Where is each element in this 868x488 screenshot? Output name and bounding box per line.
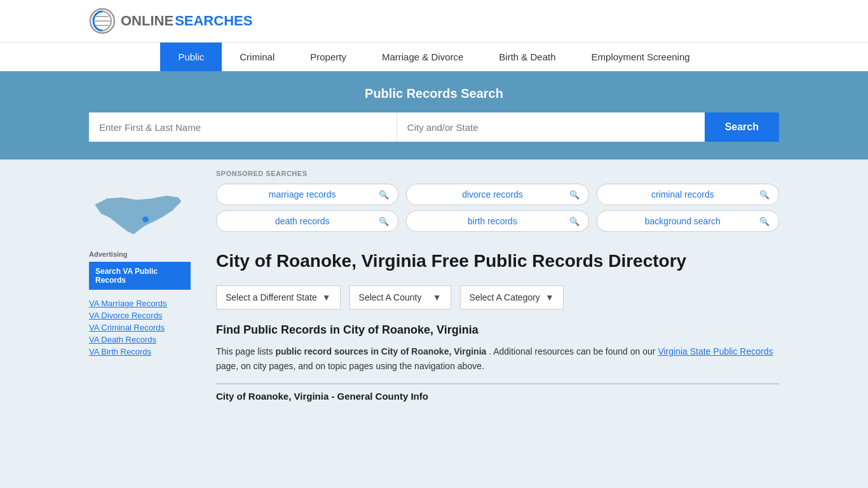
page-description: This page lists public record sources in…: [216, 344, 779, 373]
logo-text: ONLINE SEARCHES: [121, 13, 252, 29]
county-info-heading: City of Roanoke, Virginia - General Coun…: [216, 391, 779, 402]
county-dropdown-arrow: ▼: [433, 292, 442, 302]
tag-background-search-text: background search: [606, 216, 759, 226]
logo-online-text: ONLINE: [121, 13, 173, 29]
description-bold: public record sources in City of Roanoke…: [275, 346, 486, 356]
description-part1: This page lists: [216, 346, 275, 356]
tag-death-records-text: death records: [226, 216, 379, 226]
name-input[interactable]: [89, 112, 397, 142]
content-area: SPONSORED SEARCHES marriage records 🔍 di…: [203, 159, 779, 477]
state-dropdown[interactable]: Select a Different State ▼: [216, 285, 341, 309]
va-map: [89, 185, 191, 244]
sidebar: Advertising Search VA Public Records VA …: [89, 159, 203, 477]
search-button[interactable]: Search: [705, 112, 779, 142]
nav-item-property[interactable]: Property: [292, 43, 364, 71]
tag-birth-records-text: birth records: [416, 216, 569, 226]
category-dropdown-label: Select A Category: [470, 292, 540, 302]
tag-background-search[interactable]: background search 🔍: [597, 210, 779, 232]
logo-icon: [89, 8, 116, 34]
find-records-heading: Find Public Records in City of Roanoke, …: [216, 323, 779, 337]
description-part2: . Additional resources can be found on o…: [489, 346, 658, 356]
search-icon-2: 🔍: [569, 190, 580, 200]
search-banner: Public Records Search Search: [0, 71, 868, 159]
logo-searches-text: SEARCHES: [175, 13, 252, 29]
tag-death-records[interactable]: death records 🔍: [216, 210, 398, 232]
tag-criminal-records-text: criminal records: [606, 189, 759, 200]
search-icon-3: 🔍: [759, 190, 770, 200]
sidebar-link-birth[interactable]: VA Birth Records: [89, 347, 191, 356]
sidebar-link-criminal[interactable]: VA Criminal Records: [89, 323, 191, 332]
category-dropdown-arrow: ▼: [545, 292, 554, 302]
tag-marriage-records-text: marriage records: [226, 189, 379, 200]
sponsored-label: SPONSORED SEARCHES: [216, 170, 779, 177]
search-icon-6: 🔍: [759, 217, 770, 226]
search-icon-5: 🔍: [569, 217, 580, 226]
sidebar-link-marriage[interactable]: VA Marriage Records: [89, 299, 191, 308]
tag-divorce-records-text: divorce records: [416, 189, 569, 200]
search-form: Search: [89, 112, 779, 142]
description-part3: page, on city pages, and on topic pages …: [216, 361, 484, 371]
site-header: ONLINE SEARCHES: [0, 0, 868, 42]
sidebar-ad-label: Advertising: [89, 250, 191, 258]
tag-divorce-records[interactable]: divorce records 🔍: [406, 184, 588, 205]
main-nav: Public Criminal Property Marriage & Divo…: [0, 42, 868, 71]
sidebar-link-death[interactable]: VA Death Records: [89, 335, 191, 344]
search-icon-4: 🔍: [379, 217, 389, 226]
location-input[interactable]: [397, 112, 705, 142]
nav-item-public[interactable]: Public: [160, 43, 222, 71]
page-title: City of Roanoke, Virginia Free Public Re…: [216, 250, 779, 273]
sponsored-section: SPONSORED SEARCHES marriage records 🔍 di…: [216, 159, 779, 237]
search-banner-title: Public Records Search: [89, 86, 779, 101]
state-dropdown-label: Select a Different State: [226, 292, 317, 302]
main-content: Advertising Search VA Public Records VA …: [0, 159, 868, 477]
category-dropdown[interactable]: Select A Category ▼: [460, 285, 564, 309]
sidebar-link-divorce[interactable]: VA Divorce Records: [89, 311, 191, 320]
tag-birth-records[interactable]: birth records 🔍: [406, 210, 588, 232]
state-dropdown-arrow: ▼: [322, 292, 331, 302]
nav-item-criminal[interactable]: Criminal: [222, 43, 292, 71]
nav-item-birth-death[interactable]: Birth & Death: [481, 43, 573, 71]
tag-criminal-records[interactable]: criminal records 🔍: [597, 184, 779, 205]
svg-point-4: [142, 217, 148, 222]
tag-marriage-records[interactable]: marriage records 🔍: [216, 184, 398, 205]
county-dropdown[interactable]: Select A County ▼: [349, 285, 451, 309]
logo: ONLINE SEARCHES: [89, 8, 252, 34]
virginia-map-svg: [89, 185, 184, 242]
nav-item-employment-screening[interactable]: Employment Screening: [574, 43, 708, 71]
search-icon-1: 🔍: [379, 190, 389, 200]
nav-item-marriage-divorce[interactable]: Marriage & Divorce: [364, 43, 481, 71]
search-tags: marriage records 🔍 divorce records 🔍 cri…: [216, 184, 779, 232]
dropdowns-row: Select a Different State ▼ Select A Coun…: [216, 285, 779, 309]
county-dropdown-label: Select A County: [359, 292, 422, 302]
search-tags-row-2: death records 🔍 birth records 🔍 backgrou…: [216, 210, 779, 232]
search-tags-row-1: marriage records 🔍 divorce records 🔍 cri…: [216, 184, 779, 205]
sidebar-ad-button[interactable]: Search VA Public Records: [89, 262, 191, 290]
county-info-bar: City of Roanoke, Virginia - General Coun…: [216, 383, 779, 402]
virginia-state-records-link[interactable]: Virginia State Public Records: [658, 346, 773, 356]
